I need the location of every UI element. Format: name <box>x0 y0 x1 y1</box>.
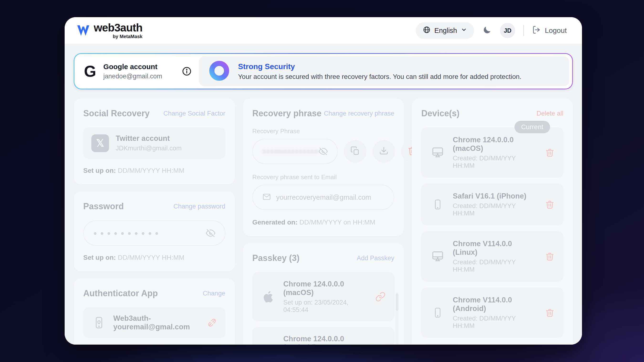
recovery-phrase-label: Recovery Phrase <box>252 127 394 135</box>
devices-title: Device(s) <box>421 108 460 118</box>
passkey-name: Chrome 124.0.0.0 (Android) <box>283 335 368 345</box>
device-row: Chrome 124.0.0.0 (macOS) Created: DD/MM/… <box>421 127 564 178</box>
main-panel: web3auth by MetaMask English <box>65 17 582 345</box>
moon-icon <box>482 25 492 36</box>
passkey-item: Chrome 124.0.0.0 (macOS) Set up on: 23/0… <box>252 272 394 321</box>
w-logo-icon <box>76 24 90 37</box>
download-icon <box>379 146 388 157</box>
security-ring-icon <box>209 60 230 82</box>
authenticator-email: Web3auth-youremail@gmal.com <box>113 314 200 331</box>
change-password-link[interactable]: Change password <box>174 203 226 210</box>
security-level-title: Strong Security <box>238 62 522 71</box>
device-name: Chrome 124.0.0.0 (macOS) <box>453 136 538 153</box>
phone-icon <box>430 306 446 320</box>
authenticator-row: Web3auth-youremail@gmal.com <box>83 308 226 338</box>
recovery-phrase-title: Recovery phrase <box>252 108 322 118</box>
change-recovery-phrase-link[interactable]: Change recovery phrase <box>324 110 394 117</box>
broken-link-icon[interactable] <box>207 318 217 328</box>
copy-button[interactable] <box>344 140 366 163</box>
device-list: Current Chrome 124.0.0.0 (macOS) Created… <box>421 127 564 345</box>
passkey-title: Passkey (3) <box>252 253 300 263</box>
factors-section: Social Recovery Change Social Factor 𝕏 T… <box>74 98 573 345</box>
device-meta: Created: DD/MM/YYY HH:MM <box>453 315 538 330</box>
passkey-list: Chrome 124.0.0.0 (macOS) Set up on: 23/0… <box>252 272 394 345</box>
column-left: Social Recovery Change Social Factor 𝕏 T… <box>74 98 235 345</box>
logout-label: Logout <box>545 26 567 34</box>
language-label: English <box>434 27 457 34</box>
mail-icon <box>262 193 271 202</box>
header: web3auth by MetaMask English <box>65 17 582 44</box>
social-setup-date: Set up on: DD/MM/YYYY HH:MM <box>83 167 226 174</box>
recovery-phrase-card: Recovery phrase Change recovery phrase R… <box>243 98 404 236</box>
device-row: Chrome V114.0.0 (Linux) Created: DD/MM/Y… <box>421 231 564 282</box>
delete-all-link[interactable]: Delete all <box>536 110 564 117</box>
twitter-account-row: 𝕏 Twitter account JDKmurthi@gmail.com <box>83 127 226 159</box>
logout-button[interactable]: Logout <box>532 25 567 36</box>
device-meta: Created: DD/MM/YYY HH:MM <box>453 259 538 273</box>
chevron-down-icon <box>461 27 467 34</box>
scrollbar-thumb[interactable] <box>396 294 398 311</box>
password-title: Password <box>83 201 124 211</box>
current-device-badge: Current <box>514 121 550 133</box>
app-background: web3auth by MetaMask English <box>0 0 644 362</box>
dark-mode-toggle[interactable] <box>482 25 492 36</box>
password-field[interactable]: ●●●●●●●●●● <box>83 220 226 246</box>
recovery-email-value: yourrecoveryemail@gmail.com <box>276 194 371 201</box>
twitter-account-email: JDKmurthi@gmail.com <box>116 145 182 152</box>
logout-icon <box>532 25 541 36</box>
logo-name: web3auth <box>94 22 142 33</box>
trash-icon[interactable] <box>545 147 555 158</box>
passkey-item: Chrome 124.0.0.0 (Android) Set up on: 23… <box>252 327 394 345</box>
device-meta: Created: DD/MM/YYY HH:MM <box>453 155 538 169</box>
change-social-factor-link[interactable]: Change Social Factor <box>164 110 226 117</box>
recovery-email-field[interactable]: yourrecoveryemail@gmail.com <box>252 185 394 210</box>
language-selector[interactable]: English <box>416 22 474 39</box>
device-row-wrap: Current Chrome 124.0.0.0 (macOS) Created… <box>421 127 564 178</box>
link-icon[interactable] <box>375 292 386 302</box>
device-name: Safari V16.1 (iPhone) <box>453 192 538 200</box>
user-avatar[interactable]: JD <box>500 23 515 38</box>
authenticator-card: Authenticator App Change Web3auth-yourem… <box>74 278 235 345</box>
desktop-icon <box>430 146 446 159</box>
trash-icon[interactable] <box>545 308 555 318</box>
eye-off-icon[interactable] <box>206 228 216 238</box>
logo-subtitle: by MetaMask <box>113 34 143 39</box>
social-recovery-card: Social Recovery Change Social Factor 𝕏 T… <box>74 98 235 184</box>
x-twitter-icon: 𝕏 <box>91 134 109 152</box>
authenticator-phone-icon <box>91 315 106 330</box>
header-divider <box>523 25 524 36</box>
social-recovery-title: Social Recovery <box>83 108 150 118</box>
add-passkey-link[interactable]: Add Passkey <box>357 255 394 262</box>
desktop-icon <box>430 250 446 263</box>
connected-account: G Google account janedoe@gmail.com <box>74 54 199 89</box>
device-meta: Created: DD/MM/YYY HH:MM <box>453 202 538 217</box>
phone-icon <box>430 198 446 211</box>
download-button[interactable] <box>372 140 395 163</box>
column-right: Device(s) Delete all Current <box>412 98 573 345</box>
password-masked-value: ●●●●●●●●●● <box>93 230 162 236</box>
account-security-banner: G Google account janedoe@gmail.com <box>74 53 573 89</box>
account-title: Google account <box>103 63 162 71</box>
recovery-phrase-field[interactable]: ●●●●●●●●●●●●●● <box>252 139 338 164</box>
security-level-description: Your account is secured with three recov… <box>238 73 522 80</box>
apple-icon <box>261 290 276 304</box>
trash-icon[interactable] <box>545 199 555 209</box>
devices-card: Device(s) Delete all Current <box>412 98 573 345</box>
info-icon[interactable] <box>182 66 192 76</box>
device-row: Chrome V114.0.0 (Android) Created: DD/MM… <box>421 288 564 338</box>
change-authenticator-link[interactable]: Change <box>203 290 226 297</box>
passkey-meta: Set up on: 23/05/2024, 04:55:44 <box>283 299 368 314</box>
account-email: janedoe@gmail.com <box>103 73 162 80</box>
copy-icon <box>350 146 360 157</box>
device-name: Chrome V114.0.0 (Android) <box>453 296 538 313</box>
device-row: Safari V16.1 (iPhone) Created: DD/MM/YYY… <box>421 184 564 225</box>
web3auth-logo: web3auth by MetaMask <box>76 22 142 39</box>
password-setup-date: Set up on: DD/MM/YYYY HH:MM <box>83 254 226 261</box>
authenticator-title: Authenticator App <box>83 288 158 298</box>
trash-icon[interactable] <box>545 251 555 261</box>
passkey-name: Chrome 124.0.0.0 (macOS) <box>283 280 368 297</box>
avatar-initials: JD <box>504 27 512 34</box>
recovery-phrase-masked-value: ●●●●●●●●●●●●●● <box>262 147 319 155</box>
eye-off-icon[interactable] <box>319 147 328 156</box>
column-middle: Recovery phrase Change recovery phrase R… <box>243 98 404 345</box>
